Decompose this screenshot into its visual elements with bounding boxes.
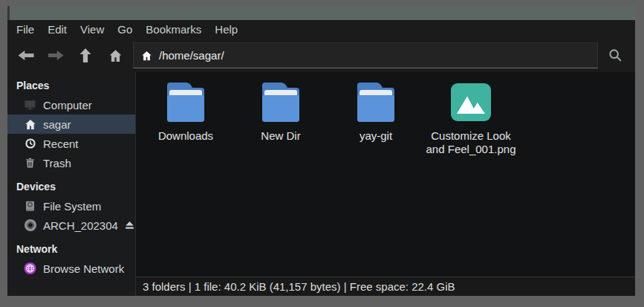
sidebar-item-arch-202304[interactable]: ARCH_202304 [7,216,135,235]
sidebar-item-label: Computer [43,99,92,112]
home-icon [24,118,36,131]
window-titlebar[interactable]: sagar - Thunar [7,6,635,20]
folder-icon [260,83,302,122]
drive-icon [24,200,36,213]
up-button[interactable] [74,44,97,68]
menubar: File Edit View Go Bookmarks Help [7,20,635,39]
section-header-places: Places [7,77,135,95]
sidebar-item-recent[interactable]: Recent [7,134,135,153]
menu-view[interactable]: View [80,23,104,36]
file-label: Customize Look and Feel_001.png [426,129,516,157]
search-button[interactable] [602,43,628,68]
trash-icon [24,157,36,169]
arrow-right-icon [48,51,64,60]
sidebar-item-label: sagar [43,118,71,131]
arrow-left-icon [19,51,34,60]
arrow-up-icon [80,48,91,62]
eject-icon[interactable] [125,221,134,230]
section-header-network: Network [7,240,135,259]
thunar-window: sagar - Thunar File Edit View Go Bookmar… [7,6,635,296]
home-icon [108,49,123,62]
file-view[interactable]: Downloads New Dir yay-git [136,72,635,277]
forward-button[interactable] [44,44,68,68]
sidebar-item-label: Recent [43,138,79,150]
sidebar-item-trash[interactable]: Trash [7,153,135,172]
sidebar: Places Computer [7,72,136,296]
content-area: Places Computer [7,72,635,296]
menu-edit[interactable]: Edit [48,23,67,36]
file-item-yay-git[interactable]: yay-git [331,83,421,143]
file-item-downloads[interactable]: Downloads [140,83,231,143]
menu-file[interactable]: File [16,23,34,36]
computer-icon [24,99,36,112]
sidebar-item-label: ARCH_202304 [43,219,118,232]
main-column: Downloads New Dir yay-git [136,72,635,296]
sidebar-item-browse-network[interactable]: Browse Network [7,259,135,278]
file-item-new-dir[interactable]: New Dir [235,83,326,143]
sidebar-item-label: File System [43,200,101,213]
folder-icon [165,83,206,122]
menu-go[interactable]: Go [117,23,132,36]
folder-icon [355,83,397,122]
statusbar: 3 folders | 1 file: 40.2 KiB (41,157 byt… [136,277,635,296]
sidebar-item-sagar[interactable]: sagar [7,114,135,134]
home-icon [141,51,152,61]
home-button[interactable] [103,44,127,68]
section-header-devices: Devices [7,178,135,196]
location-bar[interactable]: /home/sagar/ [133,42,598,68]
network-globe-icon [24,262,36,275]
sidebar-item-label: Trash [43,157,71,169]
sidebar-section-places: Places Computer [7,77,135,172]
image-file-icon [450,83,492,122]
sidebar-item-label: Browse Network [43,262,124,275]
menu-help[interactable]: Help [215,23,238,36]
file-item-customize-look-png[interactable]: Customize Look and Feel_001.png [426,83,516,157]
back-button[interactable] [14,44,38,68]
toolbar: /home/sagar/ [7,39,635,72]
sidebar-item-file-system[interactable]: File System [7,196,135,216]
current-path: /home/sagar/ [159,49,224,62]
disc-icon [24,219,36,232]
sidebar-item-computer[interactable]: Computer [7,95,135,114]
file-label: yay-git [360,129,392,143]
sidebar-section-network: Network Browse Network [7,240,135,278]
file-label: Downloads [158,129,213,143]
status-text: 3 folders | 1 file: 40.2 KiB (41,157 byt… [143,280,455,293]
sidebar-section-devices: Devices File System ARCH_202304 [7,178,135,235]
clock-icon [24,138,36,150]
search-icon [608,48,622,62]
file-label: New Dir [261,129,300,143]
menu-bookmarks[interactable]: Bookmarks [146,23,201,36]
